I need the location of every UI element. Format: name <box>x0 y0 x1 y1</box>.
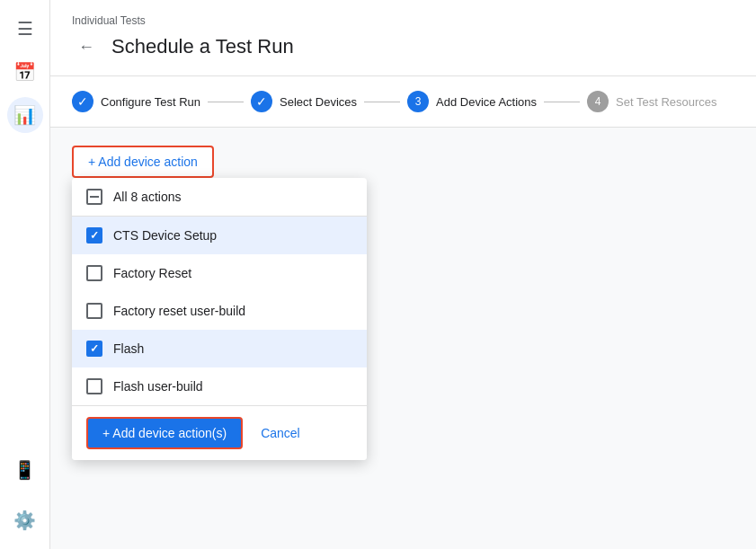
checkbox-all[interactable] <box>86 189 102 205</box>
add-device-actions-button[interactable]: + Add device action(s) <box>86 417 243 449</box>
sidebar-item-calendar[interactable]: 📅 <box>7 54 43 90</box>
page-title: Schedule a Test Run <box>111 35 294 58</box>
dropdown-item-flash-user[interactable]: Flash user-build <box>72 367 367 405</box>
add-device-action-button[interactable]: + Add device action <box>72 146 214 178</box>
dropdown-item-label-flash: Flash <box>113 341 144 356</box>
dropdown-item-all[interactable]: All 8 actions <box>72 178 367 216</box>
step-connector-2 <box>364 102 400 102</box>
step-circle-set-resources: 4 <box>587 91 609 112</box>
check-mark-flash: ✓ <box>90 342 99 355</box>
settings-icon: ⚙️ <box>13 509 36 531</box>
back-button[interactable]: ← <box>72 32 101 61</box>
dropdown-footer: + Add device action(s) Cancel <box>72 405 367 460</box>
page-title-row: ← Schedule a Test Run <box>72 32 734 61</box>
step-label-select-devices: Select Devices <box>280 95 357 109</box>
checkbox-factory-reset[interactable] <box>86 265 102 281</box>
dropdown-item-label-cts: CTS Device Setup <box>113 228 217 243</box>
step-connector-3 <box>544 102 580 102</box>
dropdown-item-label-all: All 8 actions <box>113 190 181 204</box>
main-content: Individual Tests ← Schedule a Test Run ✓… <box>50 0 756 549</box>
step-label-configure: Configure Test Run <box>101 95 200 109</box>
step-set-resources: 4 Set Test Resources <box>587 91 716 112</box>
dropdown-item-cts[interactable]: ✓ CTS Device Setup <box>72 217 367 254</box>
sidebar-item-settings[interactable]: ⚙️ <box>7 502 43 538</box>
sidebar-item-analytics[interactable]: 📊 <box>7 97 43 133</box>
indeterminate-dash <box>90 196 99 198</box>
sidebar: ☰ 📅 📊 📱 ⚙️ <box>0 0 50 549</box>
step-select-devices: ✓ Select Devices <box>251 91 357 112</box>
check-mark-cts: ✓ <box>90 229 99 242</box>
content-area: + Add device action All 8 actions ✓ <box>50 128 756 549</box>
breadcrumb: Individual Tests <box>72 14 734 27</box>
step-connector-1 <box>208 102 244 102</box>
dropdown-list: All 8 actions ✓ CTS Device Setup Factory… <box>72 178 367 405</box>
stepper: ✓ Configure Test Run ✓ Select Devices 3 … <box>50 76 756 128</box>
dropdown-item-flash[interactable]: ✓ Flash <box>72 330 367 367</box>
tasks-icon: ☰ <box>17 18 33 40</box>
dropdown-item-label-flash-user: Flash user-build <box>113 379 203 394</box>
header: Individual Tests ← Schedule a Test Run <box>50 0 756 76</box>
checkbox-flash-user[interactable] <box>86 378 102 394</box>
calendar-icon: 📅 <box>13 61 36 83</box>
dropdown-item-label-factory-reset-user: Factory reset user-build <box>113 304 245 318</box>
sidebar-item-tasks[interactable]: ☰ <box>7 11 43 47</box>
dropdown-item-factory-reset-user[interactable]: Factory reset user-build <box>72 292 367 330</box>
checkbox-cts[interactable]: ✓ <box>86 227 102 244</box>
dropdown-item-label-factory-reset: Factory Reset <box>113 266 191 280</box>
checkbox-flash[interactable]: ✓ <box>86 341 102 357</box>
cancel-button[interactable]: Cancel <box>257 419 304 447</box>
step-label-add-actions: Add Device Actions <box>436 95 537 109</box>
step-circle-add-actions: 3 <box>407 91 429 112</box>
check-icon-1: ✓ <box>77 94 88 109</box>
step-configure: ✓ Configure Test Run <box>72 91 200 112</box>
check-icon-2: ✓ <box>256 94 267 109</box>
sidebar-item-device[interactable]: 📱 <box>7 452 43 488</box>
dropdown-item-factory-reset[interactable]: Factory Reset <box>72 254 367 292</box>
step-circle-configure: ✓ <box>72 91 93 112</box>
device-icon: 📱 <box>13 459 36 481</box>
step-add-actions: 3 Add Device Actions <box>407 91 537 112</box>
step-circle-select-devices: ✓ <box>251 91 272 112</box>
checkbox-factory-reset-user[interactable] <box>86 303 102 319</box>
analytics-icon: 📊 <box>13 104 36 126</box>
device-action-dropdown: All 8 actions ✓ CTS Device Setup Factory… <box>72 178 367 460</box>
step-label-set-resources: Set Test Resources <box>616 95 716 109</box>
